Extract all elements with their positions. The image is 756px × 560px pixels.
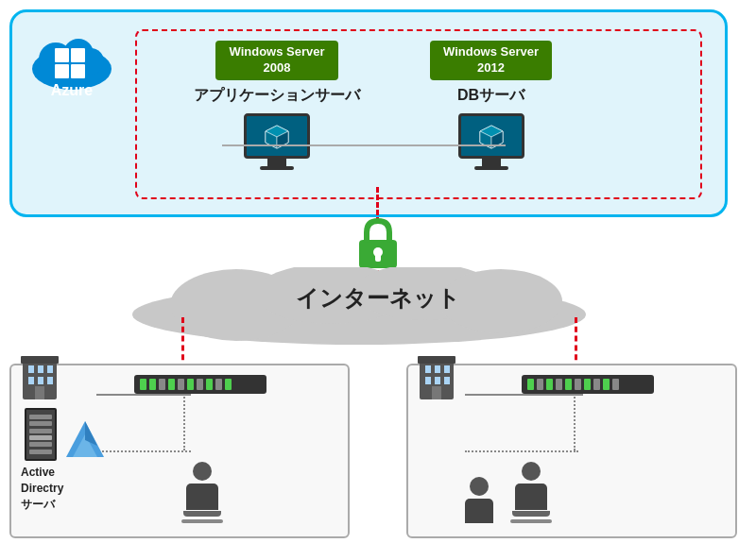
left-office-person: [181, 462, 223, 523]
right-box-switch-hline: [465, 394, 583, 396]
db-server-card: Windows Server 2012 DBサーバ: [430, 41, 552, 168]
svg-rect-37: [425, 377, 431, 384]
left-box-vline1: [183, 394, 185, 450]
svg-rect-34: [425, 365, 431, 373]
svg-rect-27: [47, 377, 53, 384]
azure-container: Azure Windows Server 2008 アプリケーションサーバ: [9, 9, 728, 217]
svg-rect-26: [38, 377, 43, 384]
app-server-card: Windows Server 2008 アプリケーションサーバ: [194, 41, 360, 168]
azure-label: Azure: [29, 82, 114, 99]
right-box-hline: [465, 450, 578, 452]
svg-rect-28: [35, 386, 44, 399]
servers-box: Windows Server 2008 アプリケーションサーバ: [135, 29, 702, 199]
svg-rect-23: [38, 365, 43, 373]
right-box-vline: [574, 394, 576, 450]
svg-rect-40: [432, 386, 441, 399]
svg-rect-35: [435, 365, 440, 373]
line-internet-to-left-office: [181, 317, 184, 369]
svg-rect-33: [418, 356, 455, 364]
svg-rect-14: [375, 254, 381, 262]
right-person-1: [465, 477, 493, 523]
svg-rect-22: [28, 365, 34, 373]
ad-triangle-icon: [64, 419, 106, 461]
lock-icon: [352, 215, 404, 272]
azure-cloud-icon: Azure: [29, 29, 114, 91]
left-network-switch: [134, 375, 266, 394]
left-building-icon: [21, 352, 59, 403]
line-internet-to-right-office: [575, 317, 577, 369]
app-server-label: アプリケーションサーバ: [194, 86, 360, 106]
svg-rect-25: [28, 377, 34, 384]
svg-rect-21: [21, 356, 59, 364]
right-office-persons: [465, 462, 552, 523]
app-server-monitor: [244, 113, 310, 168]
db-server-badge: Windows Server 2012: [430, 41, 552, 80]
db-server-monitor: [458, 113, 524, 168]
svg-rect-38: [435, 377, 440, 384]
right-building-icon: [418, 352, 455, 403]
right-person-2: [510, 462, 552, 523]
db-server-label: DBサーバ: [457, 86, 524, 106]
ad-server-section: [25, 408, 106, 461]
server-connector-line: [222, 144, 506, 146]
svg-rect-36: [444, 365, 450, 373]
server-rack-icon: [25, 408, 57, 461]
internet-label: インターネット: [0, 283, 756, 314]
svg-rect-39: [444, 377, 450, 384]
right-network-switch: [522, 375, 654, 394]
office-right-box: [406, 364, 737, 538]
left-box-switch-line: [96, 394, 191, 396]
svg-rect-24: [47, 365, 53, 373]
office-left-box: ActiveDirectryサーバ: [9, 364, 350, 538]
ad-server-label: ActiveDirectryサーバ: [21, 465, 63, 512]
app-server-badge: Windows Server 2008: [215, 41, 337, 80]
